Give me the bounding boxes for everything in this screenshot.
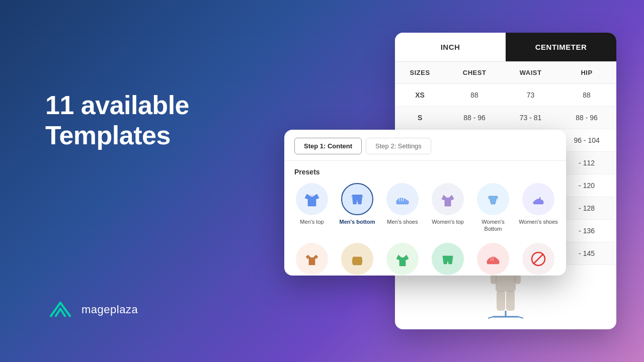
womens-shoes-icon-circle (522, 183, 554, 215)
womens-shoes-icon (529, 190, 547, 208)
unit-toggle: INCH CENTIMETER (395, 33, 616, 62)
centimeter-button[interactable]: CENTIMETER (506, 33, 616, 61)
col-chest: CHEST (445, 62, 504, 84)
preset-womens-bottom[interactable]: Women'sBottom (470, 179, 516, 237)
mens-bottom-icon (348, 190, 366, 208)
girls-top-icon (303, 250, 321, 268)
col-hip: HIP (557, 62, 616, 84)
logo-text: mageplaza (82, 303, 138, 316)
mens-shoes-label: Men's shoes (387, 218, 418, 225)
svg-rect-4 (497, 291, 505, 311)
womens-top-icon (439, 190, 457, 208)
preset-mens-top[interactable]: Men's top (289, 179, 335, 237)
table-row: XS 88 73 88 (395, 84, 616, 107)
kids-shoes-icon (484, 250, 502, 268)
mens-top-label: Men's top (300, 218, 324, 225)
presets-card: Step 1: Content Step 2: Settings Presets… (284, 130, 566, 276)
tab-content[interactable]: Step 1: Content (294, 138, 362, 154)
tabs-row: Step 1: Content Step 2: Settings (284, 130, 566, 161)
mens-top-icon-circle (296, 183, 328, 215)
preset-mens-bottom[interactable]: Men's bottom (335, 179, 380, 237)
svg-line-8 (488, 317, 493, 318)
womens-top-label: Women's top (432, 218, 464, 225)
col-waist: WAIST (504, 62, 557, 84)
logo-area: mageplaza (45, 298, 138, 322)
womens-bottom-label: Women'sBottom (481, 218, 504, 233)
preset-none[interactable]: None (516, 239, 561, 276)
kids-shoes-icon-circle (477, 243, 509, 275)
womens-bottom-icon (484, 190, 502, 208)
mens-bottom-label: Men's bottom (339, 218, 375, 225)
mens-top-icon (303, 190, 321, 208)
inch-button[interactable]: INCH (395, 33, 506, 61)
col-sizes: SIZES (395, 62, 445, 84)
preset-mens-shoes[interactable]: Men's shoes (380, 179, 425, 237)
mens-shoes-icon (393, 190, 412, 208)
headline-line2: Templates (45, 121, 189, 151)
mens-bottom-icon-circle (341, 183, 373, 215)
table-row: S 88 - 96 73 - 81 88 - 96 (395, 107, 616, 129)
headline: 11 available Templates (45, 90, 189, 151)
presets-label: Presets (284, 161, 566, 179)
preset-womens-top[interactable]: Women's top (425, 179, 470, 237)
svg-line-11 (533, 254, 543, 264)
mens-shoes-icon-circle (386, 183, 419, 215)
womens-bottom-icon-circle (477, 183, 509, 215)
preset-womens-shoes[interactable]: Women's shoes (516, 179, 561, 237)
boys-bottom-icon-circle (432, 243, 464, 275)
girls-bottom-icon (348, 250, 366, 268)
preset-kids-shoes[interactable]: Kid's Shoes (470, 239, 516, 276)
preset-boys-bottom[interactable]: Boy's bottom (425, 239, 470, 276)
preset-girls-bottom[interactable]: Girl's bottom (335, 239, 380, 276)
headline-line1: 11 available (45, 90, 189, 121)
none-icon-circle (522, 243, 554, 275)
mageplaza-logo-icon (45, 298, 75, 322)
none-icon (529, 250, 547, 268)
presets-row-1: Men's top Men's bottom (284, 179, 566, 237)
preset-girls-top[interactable]: Girl's Top (289, 239, 335, 276)
boys-top-icon (393, 250, 412, 268)
boys-top-icon-circle (386, 243, 419, 275)
svg-line-9 (518, 317, 523, 318)
presets-row-2: Girl's Top Girl's bottom Boy's top (284, 239, 566, 276)
womens-shoes-label: Women's shoes (519, 218, 558, 225)
girls-top-icon-circle (296, 243, 328, 275)
svg-rect-5 (506, 291, 515, 311)
tab-settings[interactable]: Step 2: Settings (366, 138, 431, 154)
preset-boys-top[interactable]: Boy's top (380, 239, 425, 276)
boys-bottom-icon (439, 250, 457, 268)
womens-top-icon-circle (432, 183, 464, 215)
girls-bottom-icon-circle (341, 243, 373, 275)
